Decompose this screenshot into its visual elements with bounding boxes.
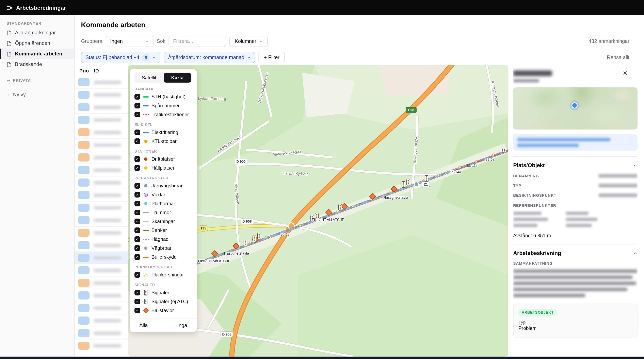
table-row[interactable] [74,239,128,252]
station-marker[interactable] [414,182,418,186]
lock-icon [6,78,10,82]
new-view-button[interactable]: + Ny vy [0,89,74,100]
checkbox-checked-icon[interactable]: ✓ [134,156,140,162]
layer-toggle-elektrifiering[interactable]: ✓Elektrifiering [134,128,192,137]
checkbox-checked-icon[interactable]: ✓ [134,299,140,304]
sidebar-item-alla-anmärkningar[interactable]: Alla anmärkningar [0,27,74,38]
table-row[interactable] [74,302,128,315]
chevron-down-icon [145,39,149,43]
rail-label-56-18: 56-18 [281,233,290,236]
checkbox-checked-icon[interactable]: ✓ [134,245,140,251]
table-row[interactable] [74,340,128,352]
layer-toggle-signaler-ej-atc[interactable]: ✓Signaler (ej ATC) [134,297,192,306]
select-no-layers-button[interactable]: Inga [177,323,187,328]
clear-filters-button[interactable]: Rensa allt [607,55,630,60]
work-object-card[interactable]: Arbetsobjekt Typ Problem [513,304,638,338]
checkbox-checked-icon[interactable]: ✓ [134,183,140,189]
layer-toggle-driftplatser[interactable]: ✓Driftplatser [134,155,192,164]
layer-toggle-spårnummer[interactable]: ✓Spårnummer [134,101,192,110]
columns-button[interactable]: Kolumner [230,36,268,47]
checkbox-checked-icon[interactable]: ✓ [134,236,140,242]
filter-search-input[interactable] [169,36,226,47]
map-toggle-satellit[interactable]: Satellit [135,73,163,82]
layer-toggle-trafikrestriktioner[interactable]: ✓Trafikrestriktioner [134,110,192,119]
detail-title-redacted [513,70,552,76]
table-row[interactable] [74,214,128,227]
sidebar-item-label: Brådskande [15,61,42,67]
table-row[interactable] [74,164,128,176]
layer-toggle-järnvägsbroar[interactable]: ✓Järnvägsbroar [134,181,192,190]
layer-toggle-hållplatser[interactable]: ✓Hållplatser [134,164,192,172]
checkbox-checked-icon[interactable]: ✓ [134,290,140,296]
sidebar-item-kommande-arbeten[interactable]: Kommande arbeten [0,48,74,59]
map[interactable]: E20 D 900 D 908 D 908 135 Z1 [128,65,508,357]
table-row[interactable] [74,202,128,214]
sidebar-item-brådskande[interactable]: Brådskande [0,59,74,70]
group-by-select[interactable]: Ingen [106,36,154,47]
priority-badge [78,304,90,312]
table-row[interactable] [74,227,128,239]
layer-toggle-skärningar[interactable]: ✓Skärningar [134,217,192,226]
checkbox-checked-icon[interactable]: ✓ [134,192,140,198]
checkbox-checked-icon[interactable]: ✓ [134,112,140,117]
table-row[interactable] [74,252,128,264]
table-row[interactable] [74,176,128,189]
table-row[interactable] [74,114,128,126]
table-row[interactable] [74,89,128,101]
filter-chip-status[interactable]: Status: Ej behandlad +4 5 [81,52,160,63]
filter-chip-date[interactable]: Åtgärdsdatum: kommande månad [164,52,255,63]
table-row[interactable] [74,289,128,302]
checkbox-checked-icon[interactable]: ✓ [134,308,140,313]
table-header: Prio ID [80,68,99,74]
layer-label: STH (hastighet) [152,94,186,100]
checkbox-checked-icon[interactable]: ✓ [134,94,140,100]
table-row[interactable] [74,264,128,277]
table-row[interactable] [74,139,128,151]
section-plats-objekt[interactable]: Plats/Objekt [513,156,638,168]
layer-toggle-signaler[interactable]: ✓Signaler [134,288,192,297]
select-all-layers-button[interactable]: Alla [139,323,148,328]
checkbox-checked-icon[interactable]: ✓ [134,201,140,206]
checkbox-checked-icon[interactable]: ✓ [134,272,140,278]
layer-toggle-trummor[interactable]: ✓Trummor [134,208,192,217]
checkbox-checked-icon[interactable]: ✓ [134,210,140,215]
checkbox-checked-icon[interactable]: ✓ [134,165,140,171]
table-row[interactable] [74,315,128,327]
table-row[interactable] [74,101,128,114]
checkbox-checked-icon[interactable]: ✓ [134,129,140,135]
layer-toggle-sth-hastighet[interactable]: ✓STH (hastighet) [134,92,192,101]
row-id-redacted [94,168,121,172]
station-marker[interactable] [436,175,439,178]
layer-label: Plattformar [152,201,175,206]
table-row[interactable] [74,277,128,289]
layer-toggle-bullerskydd[interactable]: ✓Bullerskydd [134,253,192,262]
table-row[interactable] [74,327,128,340]
table-row[interactable] [74,126,128,139]
map-toggle-karta[interactable]: Karta [164,73,191,82]
layer-toggle-balistavlor[interactable]: ✓Balistavlor [134,306,192,315]
layer-toggle-plankorsningar[interactable]: ✓Plankorsningar [134,270,192,279]
checkbox-checked-icon[interactable]: ✓ [134,138,140,144]
sidebar-item-öppna-ärenden[interactable]: Öppna ärenden [0,38,74,48]
priority-badge [78,279,90,287]
layer-toggle-plattformar[interactable]: ✓Plattformar [134,199,192,208]
priority-badge [78,153,90,161]
referenspunkter-label: Referenspunkter [513,203,638,208]
layer-toggle-vägbroar[interactable]: ✓Vägbroar [134,244,192,253]
layer-toggle-hägnad[interactable]: ✓Hägnad [134,235,192,244]
add-filter-button[interactable]: + Filter [258,52,285,63]
layer-toggle-ktl-stolpar[interactable]: ✓KTL-stolpar [134,137,192,146]
checkbox-checked-icon[interactable]: ✓ [134,254,140,260]
detail-info-redacted [513,134,638,151]
detail-map-thumbnail[interactable] [513,87,638,129]
table-row[interactable] [74,76,128,89]
close-icon[interactable]: ✕ [620,70,630,76]
section-arbetsbeskrivning[interactable]: Arbetsbeskrivning [513,244,638,256]
checkbox-checked-icon[interactable]: ✓ [134,219,140,224]
table-row[interactable] [74,151,128,164]
layer-toggle-banker[interactable]: ✓Banker [134,226,192,235]
checkbox-checked-icon[interactable]: ✓ [134,227,140,233]
table-row[interactable] [74,189,128,202]
checkbox-checked-icon[interactable]: ✓ [134,103,140,108]
layer-toggle-växlar[interactable]: ✓Växlar [134,190,192,199]
